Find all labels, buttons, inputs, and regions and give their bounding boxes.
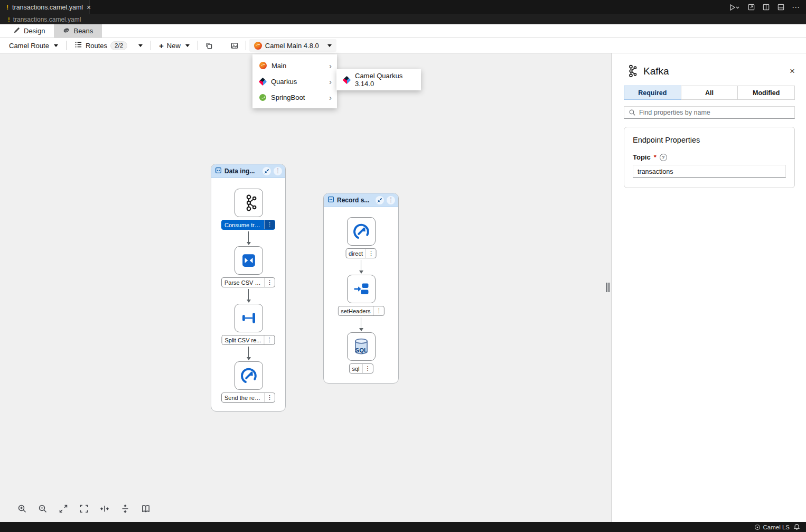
chevron-down-icon (185, 44, 190, 47)
topic-input[interactable] (633, 165, 786, 178)
help-icon[interactable]: ? (660, 154, 667, 161)
fit-to-screen-button[interactable] (76, 500, 92, 517)
chevron-right-icon: › (329, 78, 332, 86)
close-panel-button[interactable]: × (790, 67, 795, 76)
node-label-text: direct (346, 250, 365, 257)
status-bar: Camel LS (0, 522, 806, 532)
design-tab-label: Design (24, 27, 45, 35)
properties-panel: Kafka × Required All Modified Endpoint P… (611, 53, 806, 522)
set-headers-icon (352, 280, 370, 298)
camel-logo-icon (259, 62, 267, 69)
properties-search-input[interactable] (624, 106, 795, 119)
collapse-group-button[interactable] (376, 196, 384, 204)
quarkus-logo-icon (343, 76, 351, 84)
node-label-parse-csv[interactable]: Parse CSV fo... ⋮ (221, 277, 275, 287)
group-icon (327, 195, 334, 205)
node-label-split-csv[interactable]: Split CSV re... ⋮ (221, 335, 275, 345)
notifications-bell-icon[interactable] (793, 524, 800, 530)
node-sql[interactable]: SQL (347, 332, 376, 361)
endpoint-properties-title: Endpoint Properties (633, 136, 786, 144)
node-label-text: Consume tran... (222, 222, 264, 228)
runtime-menu-item-quarkus[interactable]: Quarkus › (252, 73, 337, 89)
horizontal-layout-button[interactable] (96, 500, 113, 517)
runtime-selector-label: Camel Main 4.8.0 (265, 42, 319, 50)
node-label-consume-transactions[interactable]: Consume tran... ⋮ (221, 220, 275, 230)
sql-database-icon: SQL (351, 337, 371, 357)
node-kebab-menu[interactable]: ⋮ (264, 335, 275, 344)
topic-field-label-row: Topic * ? (633, 153, 786, 161)
routes-list-icon (74, 41, 82, 50)
tab-all[interactable]: All (681, 86, 738, 100)
menu-item-label: Main (271, 62, 286, 70)
tab-close-icon[interactable]: × (87, 4, 91, 11)
open-preview-button[interactable] (747, 3, 755, 11)
flow-canvas[interactable]: Data ing... ⋮ Consume tran... ⋮ Parse CS… (0, 53, 611, 522)
node-split-csv[interactable] (235, 304, 263, 332)
route-group-data-ingestion: Data ing... ⋮ Consume tran... ⋮ Parse CS… (211, 164, 286, 412)
dsl-selector-dropdown[interactable]: Camel Route (4, 39, 63, 52)
runtime-selector-dropdown[interactable]: Camel Main 4.8.0 (249, 39, 336, 52)
routes-list-button[interactable]: Routes 2/2 (70, 39, 132, 52)
editor-actions: ⋯ (729, 0, 806, 14)
export-image-button[interactable] (227, 39, 242, 52)
node-direct[interactable] (347, 217, 376, 246)
tab-modified[interactable]: Modified (737, 86, 795, 100)
breadcrumb-filename[interactable]: transactions.camel.yaml (13, 16, 81, 23)
group-kebab-menu[interactable]: ⋮ (387, 196, 395, 204)
plus-icon: + (159, 41, 164, 50)
properties-filter-tabs: Required All Modified (624, 86, 795, 100)
catalog-button[interactable] (137, 500, 154, 517)
panel-resize-handle[interactable] (606, 282, 610, 293)
node-kebab-menu[interactable]: ⋮ (373, 306, 384, 315)
new-label: New (167, 42, 181, 50)
runtime-menu-item-main[interactable]: Main › (252, 58, 337, 73)
flow-arrow (246, 231, 251, 245)
more-actions-button[interactable]: ⋯ (792, 3, 800, 11)
node-label-sql[interactable]: sql ⋮ (349, 363, 373, 374)
node-label-setheaders[interactable]: setHeaders ⋮ (338, 306, 384, 316)
group-header[interactable]: Data ing... ⋮ (211, 164, 285, 178)
group-header[interactable]: Record s... ⋮ (324, 193, 398, 207)
routes-dropdown-toggle[interactable] (132, 39, 147, 52)
camel-ls-status[interactable]: Camel LS (754, 524, 790, 530)
breadcrumb[interactable]: ! transactions.camel.yaml (0, 14, 806, 24)
node-kebab-menu[interactable]: ⋮ (264, 278, 275, 287)
flow-arrow (359, 318, 363, 331)
toolbar-separator (198, 41, 198, 50)
zoom-in-button[interactable] (14, 500, 30, 517)
flow-arrow (246, 347, 251, 360)
node-label-send-records[interactable]: Send the rec... ⋮ (221, 393, 275, 403)
node-kebab-menu[interactable]: ⋮ (264, 393, 275, 402)
customize-layout-button[interactable] (777, 3, 785, 11)
tab-design[interactable]: Design (4, 24, 54, 38)
node-kafka-consumer[interactable] (235, 189, 263, 217)
tab-beans[interactable]: Beans (54, 24, 102, 38)
node-parse-csv[interactable] (235, 246, 263, 275)
node-label-direct[interactable]: direct ⋮ (345, 248, 377, 258)
copy-flow-button[interactable] (201, 39, 217, 52)
properties-panel-header: Kafka × (624, 64, 795, 78)
submenu-item-camel-quarkus[interactable]: Camel Quarkus 3.14.0 (336, 72, 421, 88)
node-send-records[interactable] (235, 361, 263, 390)
collapse-group-button[interactable] (263, 167, 271, 175)
node-setheaders[interactable] (347, 275, 376, 303)
run-or-debug-button[interactable] (729, 4, 741, 11)
split-editor-button[interactable] (762, 3, 770, 11)
node-kebab-menu[interactable]: ⋮ (365, 249, 376, 258)
editor-tab-transactions[interactable]: ! transactions.camel.yaml × (0, 0, 90, 14)
group-kebab-menu[interactable]: ⋮ (274, 167, 282, 175)
camel-ls-icon (754, 524, 761, 530)
endpoint-properties-card: Endpoint Properties Topic * ? (624, 127, 795, 188)
node-kebab-menu[interactable]: ⋮ (264, 220, 275, 229)
runtime-menu-item-springboot[interactable]: SpringBoot › (252, 89, 337, 105)
node-kebab-menu[interactable]: ⋮ (362, 364, 373, 373)
expand-button[interactable] (55, 500, 71, 517)
chevron-right-icon: › (329, 94, 332, 101)
tab-required[interactable]: Required (624, 86, 681, 100)
zoom-out-button[interactable] (34, 500, 51, 517)
editor-tab-label: transactions.camel.yaml (12, 4, 83, 11)
vertical-layout-button[interactable] (117, 500, 133, 517)
runtime-submenu: Camel Quarkus 3.14.0 (336, 69, 421, 90)
search-icon (629, 109, 636, 116)
new-route-dropdown[interactable]: + New (154, 39, 194, 52)
